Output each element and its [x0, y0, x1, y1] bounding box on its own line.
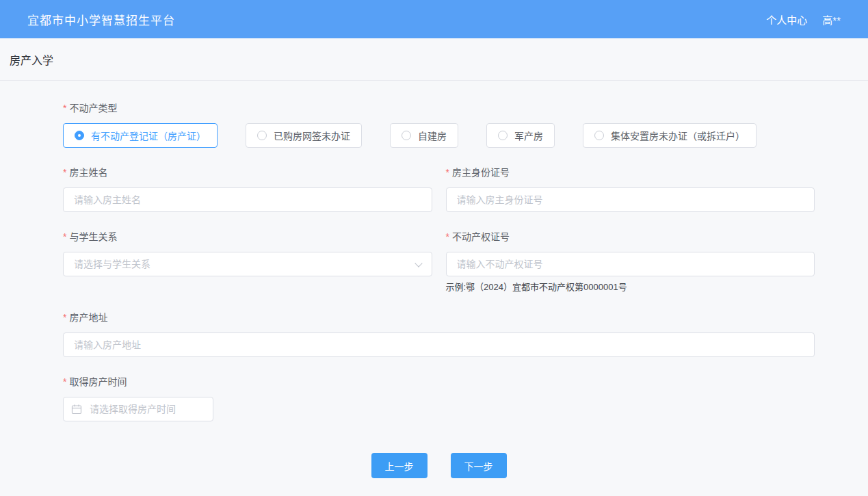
required-asterisk: * — [446, 231, 449, 242]
radio-icon — [257, 131, 267, 140]
property-type-radio-group: 有不动产登记证（房产证） 已购房网签未办证 自建房 军产房 集体安置房未办证（或… — [63, 123, 815, 148]
acquire-time-label: *取得房产时间 — [63, 375, 815, 389]
relation-label-text: 与学生关系 — [69, 231, 117, 242]
required-asterisk: * — [63, 376, 66, 387]
radio-icon — [75, 131, 84, 140]
radio-option-label: 集体安置房未办证（或拆迁户） — [611, 129, 745, 142]
radio-option-label: 自建房 — [418, 129, 447, 142]
owner-id-field: *房主身份证号 — [446, 166, 815, 212]
radio-option-collective-resettlement[interactable]: 集体安置房未办证（或拆迁户） — [583, 123, 757, 148]
owner-name-field: *房主姓名 — [63, 166, 432, 212]
owner-name-input[interactable] — [63, 187, 432, 212]
address-label: *房产地址 — [63, 311, 815, 324]
property-type-label: *不动产类型 — [63, 101, 815, 115]
radio-option-label: 军产房 — [514, 129, 543, 142]
cert-no-hint: 示例:鄂（2024）宜都市不动产权第0000001号 — [446, 282, 815, 293]
radio-option-self-built[interactable]: 自建房 — [390, 123, 458, 148]
form-actions: 上一步 下一步 — [63, 453, 815, 478]
required-asterisk: * — [446, 167, 449, 178]
radio-icon — [498, 131, 508, 140]
owner-id-label-text: 房主身份证号 — [452, 167, 510, 178]
address-label-text: 房产地址 — [69, 312, 107, 323]
required-asterisk: * — [63, 103, 66, 114]
owner-name-label-text: 房主姓名 — [69, 167, 107, 178]
page-title: 房产入学 — [10, 51, 53, 68]
radio-icon — [594, 131, 604, 140]
radio-option-has-certificate[interactable]: 有不动产登记证（房产证） — [63, 123, 218, 148]
relation-field: *与学生关系 — [63, 230, 432, 293]
property-type-row: *不动产类型 有不动产登记证（房产证） 已购房网签未办证 自建房 军产房 集体安… — [63, 101, 815, 148]
property-type-label-text: 不动产类型 — [69, 103, 117, 114]
radio-option-label: 已购房网签未办证 — [274, 129, 350, 142]
cert-no-input[interactable] — [446, 252, 815, 276]
address-row: *房产地址 — [63, 311, 815, 357]
required-asterisk: * — [63, 167, 66, 178]
radio-option-military[interactable]: 军产房 — [486, 123, 555, 148]
radio-option-online-signed[interactable]: 已购房网签未办证 — [246, 123, 362, 148]
page-title-bar: 房产入学 — [0, 38, 868, 81]
acquire-time-label-text: 取得房产时间 — [69, 376, 127, 387]
address-input[interactable] — [63, 332, 815, 357]
cert-no-label: *不动产权证号 — [446, 230, 815, 244]
relation-select[interactable] — [63, 252, 432, 276]
relation-select-wrap — [63, 252, 432, 276]
cert-no-label-text: 不动产权证号 — [452, 231, 510, 242]
nav-personal-center[interactable]: 个人中心 — [766, 12, 807, 27]
cert-no-field: *不动产权证号 示例:鄂（2024）宜都市不动产权第0000001号 — [446, 230, 815, 293]
relation-cert-row: *与学生关系 *不动产权证号 示例:鄂（2024）宜都市不动产权第0000001… — [63, 230, 815, 293]
required-asterisk: * — [63, 312, 66, 323]
property-enrollment-form: *不动产类型 有不动产登记证（房产证） 已购房网签未办证 自建房 军产房 集体安… — [0, 81, 868, 478]
app-title: 宜都市中小学智慧招生平台 — [27, 11, 175, 28]
owner-name-label: *房主姓名 — [63, 166, 432, 179]
radio-option-label: 有不动产登记证（房产证） — [91, 129, 206, 142]
nav-username[interactable]: 高** — [822, 12, 841, 27]
relation-label: *与学生关系 — [63, 230, 432, 244]
owner-id-input[interactable] — [446, 187, 815, 212]
acquire-time-picker-wrap — [63, 397, 213, 421]
next-step-button[interactable]: 下一步 — [451, 453, 507, 478]
acquire-time-row: *取得房产时间 — [63, 375, 815, 421]
radio-icon — [402, 131, 411, 140]
acquire-time-date-picker[interactable] — [63, 397, 213, 421]
required-asterisk: * — [63, 231, 66, 242]
owner-id-label: *房主身份证号 — [446, 166, 815, 179]
owner-row: *房主姓名 *房主身份证号 — [63, 166, 815, 212]
app-header: 宜都市中小学智慧招生平台 个人中心 高** — [0, 0, 868, 38]
header-nav: 个人中心 高** — [766, 12, 841, 27]
previous-step-button[interactable]: 上一步 — [371, 453, 428, 478]
